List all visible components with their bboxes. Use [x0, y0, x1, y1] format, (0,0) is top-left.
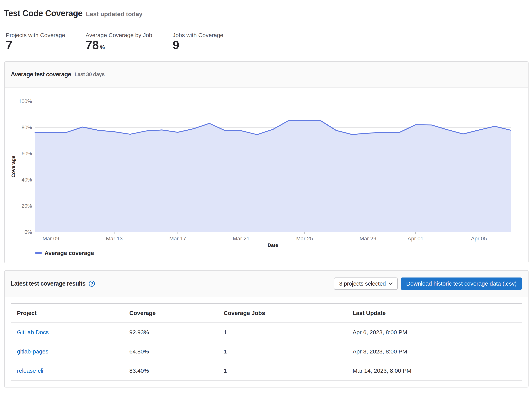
- x-axis-title: Date: [267, 243, 278, 248]
- cell-jobs: 1: [218, 342, 346, 361]
- chart-card-subtitle: Last 30 days: [75, 71, 104, 78]
- cell-coverage: 92.93%: [123, 323, 218, 342]
- cell-project: GitLab Docs: [11, 323, 123, 342]
- x-axis-tick-label: Apr 01: [408, 236, 424, 242]
- cell-last_update: Apr 6, 2023, 8:00 PM: [346, 323, 522, 342]
- cell-jobs: 1: [218, 323, 346, 342]
- table-body: GitLab Docs92.93%1Apr 6, 2023, 8:00 PMgi…: [11, 323, 522, 380]
- metric-projects-with-coverage: Projects with Coverage 7: [6, 31, 65, 51]
- table-row: gitlab-pages64.80%1Apr 3, 2023, 8:00 PM: [11, 342, 522, 361]
- project-link[interactable]: release-cli: [17, 367, 43, 374]
- average-test-coverage-card: Average test coverage Last 30 days 0%20%…: [4, 61, 529, 263]
- metric-average-coverage-by-job: Average Coverage by Job 78%: [86, 31, 152, 51]
- cell-project: gitlab-pages: [11, 342, 123, 361]
- x-axis-tick-label: Apr 05: [471, 236, 487, 242]
- metric-value: 7: [6, 39, 65, 51]
- metric-number: 9: [173, 38, 179, 52]
- column-header-coverage-jobs: Coverage Jobs: [218, 303, 346, 323]
- projects-selected-dropdown[interactable]: 3 projects selected: [334, 277, 398, 290]
- coverage-chart[interactable]: 0%20%40%60%80%100%Mar 09Mar 13Mar 17Mar …: [5, 88, 528, 263]
- legend-marker: [35, 252, 42, 254]
- cell-last_update: Mar 14, 2023, 8:00 PM: [346, 361, 522, 380]
- cell-last_update: Apr 3, 2023, 8:00 PM: [346, 342, 522, 361]
- cell-coverage: 83.40%: [123, 361, 218, 380]
- table-row: GitLab Docs92.93%1Apr 6, 2023, 8:00 PM: [11, 323, 522, 342]
- metric-label: Average Coverage by Job: [86, 31, 152, 39]
- page-title: Test Code Coverage: [4, 9, 83, 18]
- chevron-down-icon: [389, 282, 393, 285]
- coverage-area-chart[interactable]: 0%20%40%60%80%100%Mar 09Mar 13Mar 17Mar …: [5, 88, 528, 263]
- results-card-header: Latest test coverage results 3 projects …: [5, 271, 528, 297]
- results-actions: 3 projects selected Download historic te…: [334, 277, 522, 290]
- metric-value: 78%: [86, 39, 152, 51]
- column-header-project: Project: [11, 303, 123, 323]
- x-axis-tick-label: Mar 13: [106, 236, 123, 242]
- metric-value: 9: [173, 39, 223, 51]
- metric-number: 7: [6, 38, 12, 52]
- coverage-results-table: ProjectCoverageCoverage JobsLast Update …: [11, 303, 522, 381]
- metric-number: 78: [86, 38, 99, 52]
- table-row: release-cli83.40%1Mar 14, 2023, 8:00 PM: [11, 361, 522, 380]
- x-axis-tick-label: Mar 09: [43, 236, 59, 242]
- x-axis-tick-label: Mar 17: [169, 236, 186, 242]
- cell-project: release-cli: [11, 361, 123, 380]
- metric-unit: %: [100, 44, 105, 50]
- results-card-body: ProjectCoverageCoverage JobsLast Update …: [5, 297, 528, 387]
- latest-test-coverage-results-card: Latest test coverage results 3 projects …: [4, 270, 529, 388]
- x-axis-tick-label: Mar 25: [296, 236, 313, 242]
- column-header-last-update: Last Update: [346, 303, 522, 323]
- y-axis-tick-label: 100%: [19, 99, 32, 104]
- table-head: ProjectCoverageCoverage JobsLast Update: [11, 303, 522, 323]
- area-fill: [35, 121, 511, 232]
- project-link[interactable]: GitLab Docs: [17, 329, 49, 335]
- chart-card-header: Average test coverage Last 30 days: [5, 62, 528, 88]
- metric-label: Projects with Coverage: [6, 31, 65, 39]
- column-header-coverage: Coverage: [123, 303, 218, 323]
- y-axis-tick-label: 60%: [21, 151, 32, 156]
- page-header: Test Code Coverage Last updated today: [0, 0, 532, 18]
- metrics-row: Projects with Coverage 7 Average Coverag…: [0, 31, 532, 51]
- metric-label: Jobs with Coverage: [173, 31, 223, 39]
- y-axis-tick-label: 40%: [21, 177, 32, 183]
- question-mark-circle-icon[interactable]: [88, 280, 95, 287]
- project-link[interactable]: gitlab-pages: [17, 348, 48, 355]
- y-axis-title: Coverage: [10, 155, 16, 177]
- x-axis-tick-label: Mar 21: [233, 236, 249, 242]
- results-card-title: Latest test coverage results: [11, 280, 86, 287]
- chart-card-title: Average test coverage: [11, 71, 71, 78]
- metric-jobs-with-coverage: Jobs with Coverage 9: [173, 31, 223, 51]
- last-updated-label: Last updated today: [86, 10, 142, 18]
- download-csv-button[interactable]: Download historic test coverage data (.c…: [401, 277, 522, 290]
- cell-coverage: 64.80%: [123, 342, 218, 361]
- table-header-row: ProjectCoverageCoverage JobsLast Update: [11, 303, 522, 323]
- cell-jobs: 1: [218, 361, 346, 380]
- test-code-coverage-page: Test Code Coverage Last updated today Pr…: [0, 0, 532, 388]
- y-axis-tick-label: 0%: [24, 229, 32, 235]
- y-axis-tick-label: 80%: [21, 125, 32, 130]
- y-axis-tick-label: 20%: [21, 203, 32, 209]
- x-axis-tick-label: Mar 29: [360, 236, 376, 242]
- results-title-group: Latest test coverage results: [11, 280, 95, 287]
- legend-label: Average coverage: [45, 250, 94, 256]
- projects-selected-label: 3 projects selected: [339, 281, 386, 287]
